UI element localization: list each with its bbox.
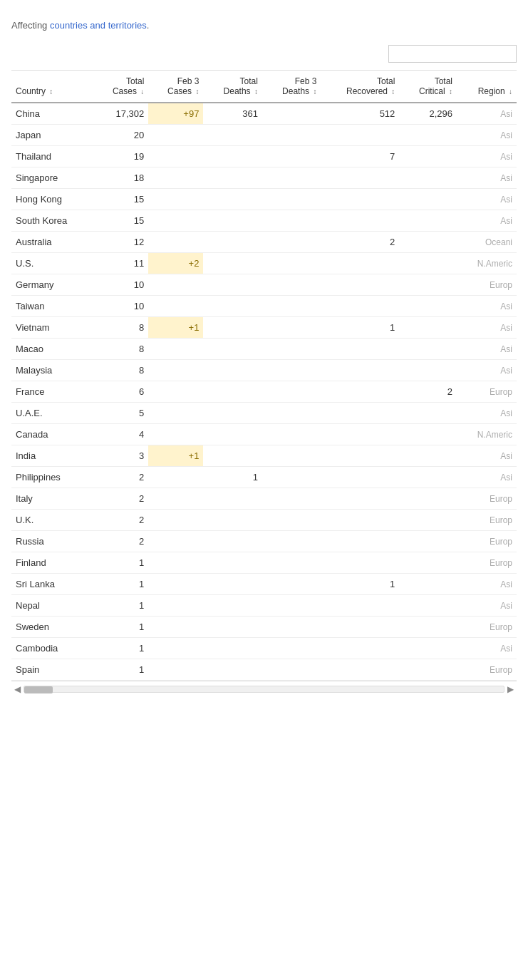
data-cell: 1: [93, 552, 148, 574]
table-row: Finland1Europ: [11, 552, 517, 574]
data-cell: [262, 595, 321, 617]
data-cell: 6: [93, 381, 148, 403]
data-cell: [399, 210, 457, 232]
data-cell: [399, 296, 457, 317]
region-cell: Asi: [457, 125, 517, 146]
data-cell: [148, 617, 203, 638]
table-row: Sri Lanka11Asi: [11, 574, 517, 595]
col-feb3-cases[interactable]: Feb 3Cases ↕: [148, 71, 203, 103]
region-cell: Asi: [457, 595, 517, 617]
data-cell: +1: [148, 445, 203, 467]
data-cell: [321, 488, 399, 510]
data-table-wrapper: Country ↕ TotalCases ↓ Feb 3Cases ↕ Tota…: [11, 70, 517, 681]
col-region[interactable]: Region ↓: [457, 71, 517, 103]
data-cell: [399, 360, 457, 381]
table-row: Malaysia8Asi: [11, 360, 517, 381]
data-cell: [262, 360, 321, 381]
data-cell: [321, 552, 399, 574]
data-cell: [399, 403, 457, 424]
sort-icon-total-critical: ↕: [449, 88, 452, 96]
data-cell: [321, 445, 399, 467]
data-cell: [262, 510, 321, 531]
country-cell: Sweden: [11, 617, 93, 638]
data-cell: [262, 146, 321, 167]
data-cell: [399, 531, 457, 552]
col-country[interactable]: Country ↕: [11, 71, 93, 103]
sort-icon-total-recovered: ↕: [391, 88, 395, 96]
data-cell: [399, 659, 457, 681]
data-cell: [148, 232, 203, 253]
data-cell: 20: [93, 125, 148, 146]
table-header-row: Country ↕ TotalCases ↓ Feb 3Cases ↕ Tota…: [11, 71, 517, 103]
data-cell: [203, 403, 262, 424]
data-cell: [262, 574, 321, 595]
data-cell: [262, 659, 321, 681]
table-row: Singapore18Asi: [11, 167, 517, 189]
search-input[interactable]: [388, 45, 517, 63]
col-total-cases[interactable]: TotalCases ↓: [93, 71, 148, 103]
region-cell: Asi: [457, 146, 517, 167]
data-cell: [399, 445, 457, 467]
table-row: Nepal1Asi: [11, 595, 517, 617]
data-cell: [203, 146, 262, 167]
data-cell: [321, 189, 399, 210]
table-row: Macao8Asi: [11, 339, 517, 360]
country-cell: Australia: [11, 232, 93, 253]
data-cell: [203, 510, 262, 531]
data-cell: [262, 189, 321, 210]
data-cell: [399, 146, 457, 167]
data-cell: [203, 339, 262, 360]
data-cell: [148, 488, 203, 510]
data-cell: [148, 296, 203, 317]
scroll-thumb[interactable]: [24, 686, 53, 693]
region-cell: Asi: [457, 403, 517, 424]
scroll-left-arrow[interactable]: ◀: [11, 684, 24, 694]
country-cell: U.K.: [11, 510, 93, 531]
col-feb3-deaths[interactable]: Feb 3Deaths ↕: [262, 71, 321, 103]
data-cell: [203, 360, 262, 381]
data-cell: 2: [93, 467, 148, 488]
data-cell: 8: [93, 360, 148, 381]
data-cell: [148, 552, 203, 574]
data-cell: 4: [93, 424, 148, 445]
data-cell: [148, 659, 203, 681]
country-cell: Macao: [11, 339, 93, 360]
data-cell: [262, 296, 321, 317]
region-cell: Asi: [457, 189, 517, 210]
country-cell: Finland: [11, 552, 93, 574]
country-cell: India: [11, 445, 93, 467]
data-cell: 1: [93, 595, 148, 617]
data-cell: 2: [399, 381, 457, 403]
data-cell: [321, 253, 399, 274]
data-cell: [148, 531, 203, 552]
data-cell: +1: [148, 317, 203, 339]
sort-icon-feb3-cases: ↕: [195, 88, 199, 96]
data-cell: [262, 552, 321, 574]
countries-link[interactable]: countries and territories: [50, 20, 147, 31]
country-cell: Hong Kong: [11, 189, 93, 210]
data-cell: [399, 488, 457, 510]
scroll-right-arrow[interactable]: ▶: [504, 684, 517, 694]
col-total-critical[interactable]: TotalCritical ↕: [399, 71, 457, 103]
data-cell: [203, 317, 262, 339]
data-cell: 8: [93, 339, 148, 360]
data-cell: [262, 167, 321, 189]
region-cell: Asi: [457, 445, 517, 467]
region-cell: Europ: [457, 510, 517, 531]
col-total-recovered[interactable]: TotalRecovered ↕: [321, 71, 399, 103]
scroll-area[interactable]: ◀ ▶: [11, 684, 517, 694]
country-cell: Taiwan: [11, 296, 93, 317]
region-cell: Asi: [457, 467, 517, 488]
data-cell: [203, 125, 262, 146]
data-cell: [399, 317, 457, 339]
data-cell: [262, 274, 321, 296]
data-cell: [148, 403, 203, 424]
col-total-deaths[interactable]: TotalDeaths ↕: [203, 71, 262, 103]
data-cell: [262, 317, 321, 339]
data-cell: 18: [93, 167, 148, 189]
sort-icon-country: ↕: [49, 88, 53, 96]
scroll-track[interactable]: [24, 686, 504, 693]
country-cell: Cambodia: [11, 638, 93, 659]
data-cell: [321, 424, 399, 445]
data-cell: 10: [93, 296, 148, 317]
